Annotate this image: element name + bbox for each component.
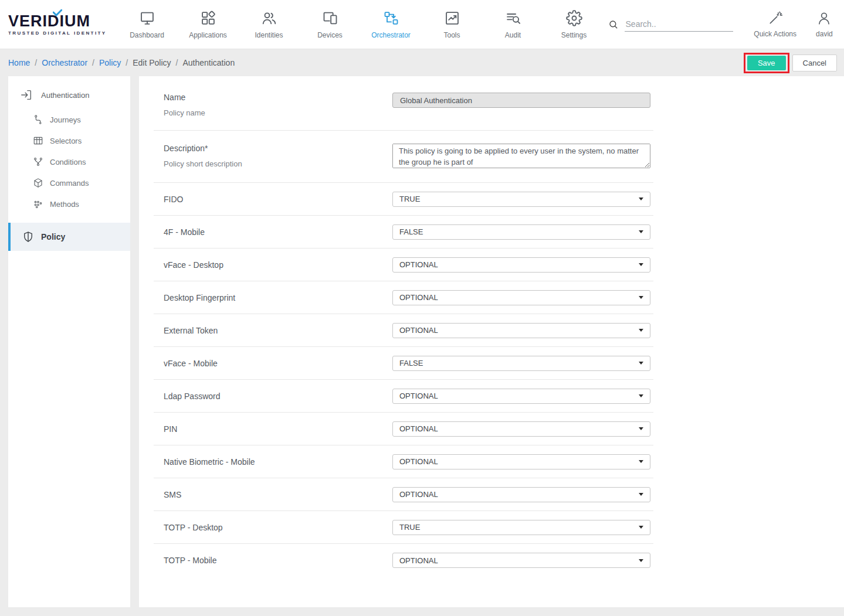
identities-icon xyxy=(261,10,277,26)
chevron-down-icon xyxy=(639,559,643,562)
chevron-down-icon xyxy=(639,230,643,233)
sidebar-item-label: Commands xyxy=(50,179,89,188)
form-row-ldap-password: Ldap Password OPTIONAL xyxy=(154,380,653,413)
fido-dropdown[interactable]: TRUE xyxy=(392,192,650,207)
main-layout: Authentication Journeys Selectors Condit… xyxy=(0,76,844,607)
sidebar-item-conditions[interactable]: Conditions xyxy=(8,151,130,172)
user-menu[interactable]: david xyxy=(805,0,844,49)
nav-item-orchestrator[interactable]: Orchestrator xyxy=(361,0,422,49)
breadcrumb-policy[interactable]: Policy xyxy=(99,58,121,67)
sidebar-item-journeys[interactable]: Journeys xyxy=(8,109,130,130)
pin-label: PIN xyxy=(164,424,177,434)
form-row-fido: FIDO TRUE xyxy=(154,183,653,216)
form-row-desktop-fingerprint: Desktop Fingerprint OPTIONAL xyxy=(154,281,653,314)
form-row-pin: PIN OPTIONAL xyxy=(154,413,653,445)
form-row-name: Name Policy name xyxy=(154,76,653,131)
search-box xyxy=(608,0,733,49)
breadcrumb-separator: / xyxy=(92,58,94,67)
nav-item-audit[interactable]: Audit xyxy=(483,0,544,49)
nav-item-applications[interactable]: Applications xyxy=(178,0,239,49)
sidebar-item-label: Policy xyxy=(41,232,65,241)
nav-label: Dashboard xyxy=(130,31,164,39)
logo-text-part1: VER xyxy=(8,12,43,30)
devices-icon xyxy=(322,10,338,26)
sidebar-item-policy-active[interactable]: Policy xyxy=(8,223,130,251)
chevron-down-icon xyxy=(639,493,643,496)
sidebar: Authentication Journeys Selectors Condit… xyxy=(8,76,130,607)
policy-edit-form: Name Policy name Description* Policy sho… xyxy=(139,76,844,607)
sidebar-item-label: Conditions xyxy=(50,158,86,166)
vface-mobile-dropdown[interactable]: FALSE xyxy=(392,356,650,371)
sidebar-item-commands[interactable]: Commands xyxy=(8,172,130,193)
main-navigation: Dashboard Applications Identities Device… xyxy=(117,0,605,49)
dashboard-icon xyxy=(139,10,155,26)
breadcrumb-edit-policy: Edit Policy xyxy=(133,58,171,67)
vface-desktop-dropdown[interactable]: OPTIONAL xyxy=(392,257,650,273)
nav-item-dashboard[interactable]: Dashboard xyxy=(117,0,178,49)
chevron-down-icon xyxy=(639,263,643,266)
breadcrumb-bar: Home / Orchestrator / Policy / Edit Poli… xyxy=(0,49,844,76)
breadcrumb-authentication: Authentication xyxy=(182,58,235,67)
chevron-down-icon xyxy=(639,329,643,332)
description-sublabel: Policy short description xyxy=(164,159,392,168)
form-row-4f-mobile: 4F - Mobile FALSE xyxy=(154,216,653,249)
nav-label: Orchestrator xyxy=(371,31,411,39)
sms-label: SMS xyxy=(164,490,181,499)
nav-item-settings[interactable]: Settings xyxy=(544,0,605,49)
dropdown-value: OPTIONAL xyxy=(399,326,438,335)
dots-icon xyxy=(33,199,43,209)
totp-desktop-dropdown[interactable]: TRUE xyxy=(392,520,650,535)
save-button[interactable]: Save xyxy=(747,56,786,70)
native-biometric-mobile-dropdown[interactable]: OPTIONAL xyxy=(392,454,650,469)
policy-description-textarea[interactable]: This policy is going to be applied to ev… xyxy=(392,144,650,168)
search-icon xyxy=(608,19,619,30)
shield-icon xyxy=(22,231,34,243)
nav-item-identities[interactable]: Identities xyxy=(239,0,300,49)
save-button-highlight-annotation: Save xyxy=(744,53,789,73)
breadcrumb-home[interactable]: Home xyxy=(8,58,30,67)
desktop-fingerprint-dropdown[interactable]: OPTIONAL xyxy=(392,290,650,305)
vface-desktop-label: vFace - Desktop xyxy=(164,260,223,270)
nav-label: Settings xyxy=(561,31,587,39)
pin-dropdown[interactable]: OPTIONAL xyxy=(392,421,650,437)
policy-name-input[interactable] xyxy=(392,93,650,108)
sidebar-item-methods[interactable]: Methods xyxy=(8,193,130,215)
cancel-button[interactable]: Cancel xyxy=(792,55,837,72)
audit-icon xyxy=(505,10,521,26)
user-icon xyxy=(816,11,832,26)
ldap-password-label: Ldap Password xyxy=(164,392,221,401)
desktop-fingerprint-label: Desktop Fingerprint xyxy=(164,293,235,302)
chevron-down-icon xyxy=(639,362,643,365)
external-token-dropdown[interactable]: OPTIONAL xyxy=(392,323,650,338)
page-actions: Save Cancel xyxy=(744,53,837,73)
sidebar-item-label: Authentication xyxy=(41,91,89,100)
sidebar-item-selectors[interactable]: Selectors xyxy=(8,130,130,151)
totp-mobile-label: TOTP - Mobile xyxy=(164,556,217,565)
veridium-logo: VERIDIUM TRUSTED DIGITAL IDENTITY xyxy=(8,0,117,49)
breadcrumb-separator: / xyxy=(176,58,178,67)
logo-text-part2: IDIUM xyxy=(43,12,91,30)
nav-item-devices[interactable]: Devices xyxy=(300,0,361,49)
quick-actions-button[interactable]: Quick Actions xyxy=(746,0,805,49)
breadcrumb-orchestrator[interactable]: Orchestrator xyxy=(42,58,87,67)
totp-mobile-dropdown[interactable]: OPTIONAL xyxy=(392,553,650,568)
breadcrumb: Home / Orchestrator / Policy / Edit Poli… xyxy=(8,58,235,67)
form-row-totp-desktop: TOTP - Desktop TRUE xyxy=(154,511,653,544)
4f-mobile-dropdown[interactable]: FALSE xyxy=(392,224,650,240)
nav-item-tools[interactable]: Tools xyxy=(422,0,483,49)
sidebar-item-label: Methods xyxy=(50,200,79,209)
form-row-native-biometric-mobile: Native Biometric - Mobile OPTIONAL xyxy=(154,445,653,478)
sidebar-item-authentication[interactable]: Authentication xyxy=(8,80,130,109)
search-input[interactable] xyxy=(625,17,733,32)
name-label: Name xyxy=(164,93,392,102)
nav-label: Tools xyxy=(444,31,460,39)
nav-label: Devices xyxy=(317,31,343,39)
ldap-password-dropdown[interactable]: OPTIONAL xyxy=(392,389,650,404)
form-row-totp-mobile: TOTP - Mobile OPTIONAL xyxy=(154,544,653,577)
dropdown-value: TRUE xyxy=(399,523,420,532)
4f-mobile-label: 4F - Mobile xyxy=(164,227,205,237)
logo-tagline: TRUSTED DIGITAL IDENTITY xyxy=(8,30,117,36)
sms-dropdown[interactable]: OPTIONAL xyxy=(392,487,650,502)
description-label: Description* xyxy=(164,144,392,153)
sidebar-item-label: Selectors xyxy=(50,137,82,145)
